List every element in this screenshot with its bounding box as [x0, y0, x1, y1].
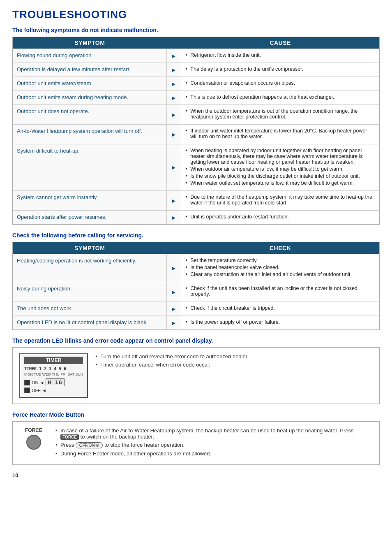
check-cell: Is the power supply off or power failure…	[181, 316, 379, 330]
arrow-icon: ►	[167, 125, 182, 144]
timer-on-indicator	[24, 380, 30, 385]
table-row: Noisy during operation. ► Check if the u…	[13, 282, 379, 302]
page-number: 10	[12, 472, 380, 478]
force-circle-icon	[26, 435, 41, 450]
cause-cell: This is due to defrost operation happens…	[181, 91, 379, 104]
symptom-cell: Heating/cooling operation is not working…	[13, 254, 167, 282]
table-row: Air-to-Water Heatpump system operation w…	[13, 124, 379, 144]
table-row: Operation LED is no lit or control panel…	[13, 316, 379, 330]
arrow-icon: ►	[167, 254, 182, 282]
table-row: System difficult to heat-up. ► When heat…	[13, 144, 379, 190]
cause-header: CAUSE	[181, 37, 379, 49]
table-row: Flowing sound during operation. ► Refrig…	[13, 49, 379, 63]
table-row: System cannot get warm instantly. ► Due …	[13, 190, 379, 210]
symptom-cell: Outdoor unit does not operate.	[13, 105, 167, 124]
timer-on-label: ON ◄	[32, 380, 44, 385]
force-instructions: In case of a failure of the Air-to-Water…	[55, 427, 373, 459]
table-row: Operation starts after power resumes. ► …	[13, 210, 379, 224]
timer-numbers: TIMER 1 2 3 4 5 6	[24, 367, 66, 371]
symptom-cell: Air-to-Water Heatpump system operation w…	[13, 125, 167, 144]
table-row: Outdoor unit emits steam during heating …	[13, 91, 379, 104]
arrow-icon: ►	[167, 105, 182, 124]
section3-heading: The operation LED blinks and error code …	[12, 337, 380, 344]
check-cell: Check if the circuit breaker is tripped.	[181, 302, 379, 316]
timer-off-indicator	[24, 388, 30, 393]
force-icon-container: FORCE	[19, 427, 48, 450]
symptom-cause-table: SYMPTOM CAUSE Flowing sound during opera…	[12, 37, 380, 225]
symptom-cell: Operation LED is no lit or control panel…	[13, 316, 167, 330]
symptom-cell: Noisy during operation.	[13, 282, 167, 302]
arrow-icon: ►	[167, 63, 182, 77]
arrow-icon: ►	[167, 77, 182, 91]
cause-cell: When the outdoor temperature is out of t…	[181, 105, 379, 124]
led-instruction-2: Timer operation cancel when error code o…	[95, 362, 373, 368]
symptom-cell: System difficult to heat-up.	[13, 144, 167, 190]
symptom-header-2: SYMPTOM	[13, 242, 167, 254]
section4-heading: Force Heater Mode Button	[12, 411, 380, 418]
symptom-header: SYMPTOM	[13, 37, 167, 49]
cause-cell: When heating is operated by indoor unit …	[181, 144, 379, 190]
symptom-cell: Operation is delayed a few minutes after…	[13, 63, 167, 77]
force-label: FORCE	[19, 427, 48, 433]
arrow-icon: ►	[167, 49, 182, 63]
table-row: Outdoor unit does not operate. ► When th…	[13, 104, 379, 124]
arrow-icon: ►	[167, 91, 182, 104]
timer-off-label: OFF ◄	[32, 388, 46, 393]
table-row: Heating/cooling operation is not working…	[13, 254, 379, 282]
force-button-inline: FORCE	[60, 434, 79, 440]
timer-title: TIMER	[24, 357, 83, 364]
timer-days: MON TUE WED THU FRI SAT SUN	[24, 372, 83, 376]
symptom-cell: Outdoor unit emits water/steam.	[13, 77, 167, 91]
page-title: TROUBLESHOOTING	[12, 8, 380, 21]
check-cell: Check if the unit has been installed at …	[181, 282, 379, 302]
cause-cell: If indoor unit water inlet temperature i…	[181, 125, 379, 144]
section1-heading: The following symptoms do not indicate m…	[12, 27, 380, 33]
led-instructions: Turn the unit off and reveal the error c…	[95, 353, 373, 370]
force-heater-section: FORCE In case of a failure of the Air-to…	[12, 421, 380, 465]
cause-cell: Refrigerant flow inside the unit.	[181, 49, 379, 63]
arrow-icon: ►	[167, 191, 182, 210]
force-instruction-3: During Force Heater mode, all other oper…	[55, 450, 373, 457]
symptom-cell: Operation starts after power resumes.	[13, 211, 167, 224]
table-row: Outdoor unit emits water/steam. ► Conden…	[13, 77, 379, 91]
arrow-icon: ►	[167, 302, 182, 316]
timer-display-box: TIMER TIMER 1 2 3 4 5 6 MON TUE WED THU …	[19, 353, 88, 398]
arrow-header-spacer-2	[167, 242, 182, 254]
force-instruction-2: Press OFF/ON ⊙ to stop the force heater …	[55, 442, 373, 448]
cause-cell: Condensation or evaporation occurs on pi…	[181, 77, 379, 91]
symptom-cell: System cannot get warm instantly.	[13, 191, 167, 210]
cause-cell: The delay is a protection to the unit's …	[181, 63, 379, 77]
arrow-icon: ►	[167, 211, 182, 224]
arrow-icon: ►	[167, 282, 182, 302]
cause-cell: Due to the nature of the heatpump system…	[181, 191, 379, 210]
arrow-icon: ►	[167, 144, 182, 190]
symptom-cell: The unit does not work.	[13, 302, 167, 316]
led-instruction-1: Turn the unit off and reveal the error c…	[95, 353, 373, 360]
led-section: TIMER TIMER 1 2 3 4 5 6 MON TUE WED THU …	[12, 347, 380, 404]
table-row: The unit does not work. ► Check if the c…	[13, 302, 379, 316]
section2-heading: Check the following before calling for s…	[12, 232, 380, 239]
off-on-button-inline: OFF/ON ⊙	[76, 442, 103, 448]
timer-on-display: H 16	[46, 378, 64, 386]
arrow-icon: ►	[167, 316, 182, 330]
cause-cell: Unit is operates under auto restart func…	[181, 211, 379, 224]
check-cell: Set the temperature correctly. Is the pa…	[181, 254, 379, 282]
symptom-cell: Flowing sound during operation.	[13, 49, 167, 63]
symptom-cell: Outdoor unit emits steam during heating …	[13, 91, 167, 104]
arrow-header-spacer	[167, 37, 182, 49]
table-row: Operation is delayed a few minutes after…	[13, 63, 379, 77]
force-instruction-1: In case of a failure of the Air-to-Water…	[55, 427, 373, 440]
check-header: CHECK	[181, 242, 379, 254]
symptom-check-table: SYMPTOM CHECK Heating/cooling operation …	[12, 242, 380, 330]
